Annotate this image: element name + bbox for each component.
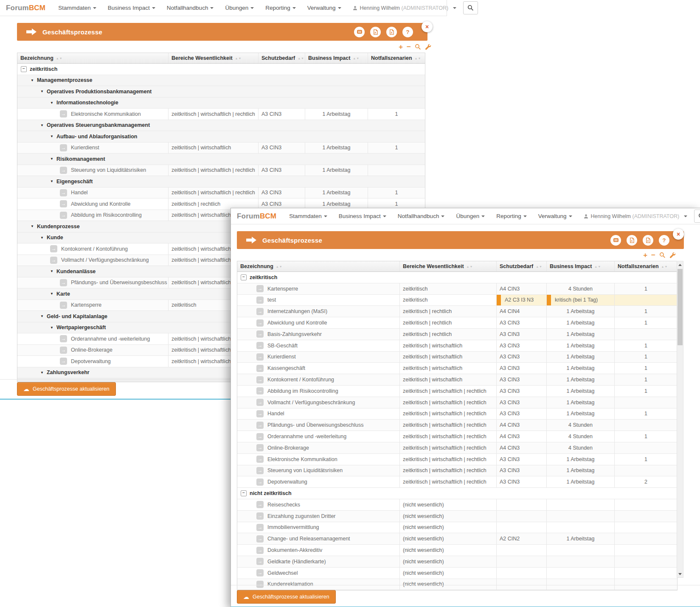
- process-arrow-icon[interactable]: →: [60, 212, 67, 219]
- column-header-schutzbedarf[interactable]: Schutzbedarf▲▼: [496, 261, 546, 271]
- search-button[interactable]: [463, 1, 478, 14]
- process-arrow-icon[interactable]: →: [256, 376, 264, 383]
- process-row[interactable]: →Kurierdienstzeitkritisch | wirtschaftli…: [17, 143, 425, 154]
- process-arrow-icon[interactable]: →: [256, 524, 264, 531]
- vertical-scrollbar[interactable]: [677, 261, 683, 578]
- process-row[interactable]: →Pfändungs- und Überweisungsbeschlusszei…: [237, 420, 677, 431]
- process-row[interactable]: →Handelzeitkritisch | wirtschaftlich | r…: [17, 187, 425, 199]
- process-arrow-icon[interactable]: →: [256, 456, 264, 463]
- process-arrow-icon[interactable]: →: [256, 365, 264, 372]
- process-row[interactable]: →Geldkarte (Händlerkarte)(nicht wesentli…: [237, 556, 677, 568]
- process-row[interactable]: →Vollmacht / Verfügungsbeschränkungzeitk…: [237, 397, 677, 408]
- menu-verwaltung[interactable]: Verwaltung: [538, 213, 572, 219]
- user-menu[interactable]: Henning Wilhelm (ADMINISTRATOR): [353, 5, 457, 11]
- category-row[interactable]: ▼Aufbau- und Ablauforganisation: [17, 131, 425, 143]
- menu-uebungen[interactable]: Übungen: [225, 5, 254, 11]
- collapse-triangle-icon[interactable]: ▼: [50, 179, 53, 183]
- process-arrow-icon[interactable]: →: [256, 581, 264, 588]
- grid-search-icon[interactable]: [659, 252, 666, 258]
- collapse-triangle-icon[interactable]: ▼: [40, 123, 44, 127]
- column-header-schutzbedarf[interactable]: Schutzbedarf▲▼: [258, 53, 305, 63]
- process-arrow-icon[interactable]: →: [256, 353, 264, 361]
- process-row[interactable]: →Elektronische Kommunikationzeitkritisch…: [237, 454, 677, 465]
- update-processes-button[interactable]: ☁ Geschäftsprozesse aktualisieren: [237, 590, 336, 604]
- scroll-up-arrow[interactable]: [677, 261, 683, 268]
- process-arrow-icon[interactable]: →: [50, 245, 57, 252]
- collapse-box-icon[interactable]: −: [241, 490, 247, 496]
- group-row[interactable]: −zeitkritisch: [17, 64, 425, 75]
- process-row[interactable]: →Reiseschecks(nicht wesentlich): [237, 499, 677, 511]
- collapse-box-icon[interactable]: −: [241, 274, 247, 280]
- excel-export-icon[interactable]: x: [643, 235, 653, 246]
- update-processes-button[interactable]: ☁ Geschäftsprozesse aktualisieren: [17, 382, 116, 396]
- process-arrow-icon[interactable]: →: [256, 410, 264, 417]
- collapse-triangle-icon[interactable]: ▼: [50, 101, 53, 105]
- process-arrow-icon[interactable]: →: [256, 308, 264, 315]
- process-arrow-icon[interactable]: →: [60, 200, 67, 207]
- brand-logo[interactable]: ForumBCM: [6, 4, 45, 12]
- sort-icon[interactable]: ▲▼: [353, 57, 360, 60]
- user-menu[interactable]: Henning Wilhelm (ADMINISTRATOR): [584, 213, 688, 219]
- process-arrow-icon[interactable]: →: [256, 342, 264, 349]
- pdf-export-icon[interactable]: A: [370, 27, 381, 37]
- column-header-bezeichnung[interactable]: Bezeichnung▲▼: [17, 53, 168, 63]
- sort-icon[interactable]: ▲▼: [276, 265, 283, 268]
- menu-reporting[interactable]: Reporting: [496, 213, 527, 219]
- column-header-business-impact[interactable]: Business Impact▲▼: [546, 261, 614, 271]
- collapse-triangle-icon[interactable]: ▼: [40, 236, 44, 240]
- process-arrow-icon[interactable]: →: [60, 335, 67, 342]
- process-arrow-icon[interactable]: →: [60, 358, 67, 365]
- process-arrow-icon[interactable]: →: [256, 285, 264, 292]
- collapse-triangle-icon[interactable]: ▼: [50, 134, 53, 138]
- category-row[interactable]: ▼Operatives Produktionsbankmanagement: [17, 86, 425, 98]
- process-row[interactable]: →Elektronische Kommunikationzeitkritisch…: [17, 109, 425, 120]
- sort-icon[interactable]: ▲▼: [661, 265, 668, 268]
- settings-wrench-icon[interactable]: [425, 44, 431, 50]
- process-arrow-icon[interactable]: →: [60, 189, 67, 196]
- process-row[interactable]: →testzeitkritischA2 C3 I3 N3kritisch (be…: [237, 295, 677, 306]
- collapse-minus-icon[interactable]: −: [407, 43, 411, 50]
- process-row[interactable]: →KartensperrezeitkritischA4 CIN34 Stunde…: [237, 283, 677, 295]
- process-row[interactable]: →Dokumenten-Akkreditiv(nicht wesentlich): [237, 545, 677, 556]
- print-icon[interactable]: [354, 27, 365, 37]
- column-header-business-impact[interactable]: Business Impact▲▼: [305, 53, 368, 63]
- category-row[interactable]: ▼Operatives Steuerungsbankmanagement: [17, 120, 425, 131]
- process-row[interactable]: →Steuerung von Liquiditätsrisikenzeitkri…: [17, 165, 425, 176]
- pdf-export-icon[interactable]: A: [627, 235, 637, 246]
- process-arrow-icon[interactable]: →: [60, 144, 67, 151]
- sort-icon[interactable]: ▲▼: [298, 57, 304, 60]
- column-header-notfallszenarien[interactable]: Notfallszenarien▲▼: [368, 53, 425, 63]
- process-arrow-icon[interactable]: →: [60, 347, 67, 354]
- menu-business-impact[interactable]: Business Impact: [339, 213, 386, 219]
- menu-stammdaten[interactable]: Stammdaten: [289, 213, 327, 219]
- collapse-triangle-icon[interactable]: ▼: [50, 326, 53, 330]
- process-arrow-icon[interactable]: →: [256, 535, 264, 543]
- brand-logo[interactable]: ForumBCM: [237, 212, 276, 221]
- expand-plus-icon[interactable]: +: [399, 43, 403, 50]
- help-icon[interactable]: ?: [402, 27, 413, 37]
- process-row[interactable]: →Steuerung von Liquiditätsrisikenzeitkri…: [237, 465, 677, 477]
- help-icon[interactable]: ?: [659, 235, 669, 246]
- process-row[interactable]: →Depotverwaltungzeitkritisch | wirtschaf…: [237, 476, 677, 488]
- process-arrow-icon[interactable]: →: [256, 297, 264, 304]
- menu-stammdaten[interactable]: Stammdaten: [58, 5, 96, 11]
- process-row[interactable]: →Kontokorrent / Kontoführungzeitkritisch…: [237, 374, 677, 386]
- process-row[interactable]: →Kurierdienstzeitkritisch | wirtschaftli…: [237, 352, 677, 363]
- sort-icon[interactable]: ▲▼: [235, 57, 242, 60]
- column-header-notfallszenarien[interactable]: Notfallszenarien▲▼: [614, 261, 677, 271]
- process-arrow-icon[interactable]: →: [256, 399, 264, 406]
- group-row[interactable]: −zeitkritisch: [237, 272, 677, 283]
- sort-icon[interactable]: ▲▼: [594, 265, 601, 268]
- process-arrow-icon[interactable]: →: [256, 330, 264, 338]
- process-arrow-icon[interactable]: →: [256, 319, 264, 327]
- process-arrow-icon[interactable]: →: [60, 279, 67, 286]
- process-row[interactable]: →Internetzahlungen (MaSI)zeitkritisch | …: [237, 306, 677, 317]
- category-row[interactable]: ▼Managementprozesse: [17, 75, 425, 87]
- process-arrow-icon[interactable]: →: [256, 501, 264, 508]
- collapse-triangle-icon[interactable]: ▼: [40, 371, 44, 375]
- sort-icon[interactable]: ▲▼: [467, 265, 473, 268]
- process-arrow-icon[interactable]: →: [256, 467, 264, 474]
- scrollbar-thumb[interactable]: [678, 269, 683, 345]
- process-arrow-icon[interactable]: →: [256, 547, 264, 554]
- grid-search-icon[interactable]: [415, 44, 421, 50]
